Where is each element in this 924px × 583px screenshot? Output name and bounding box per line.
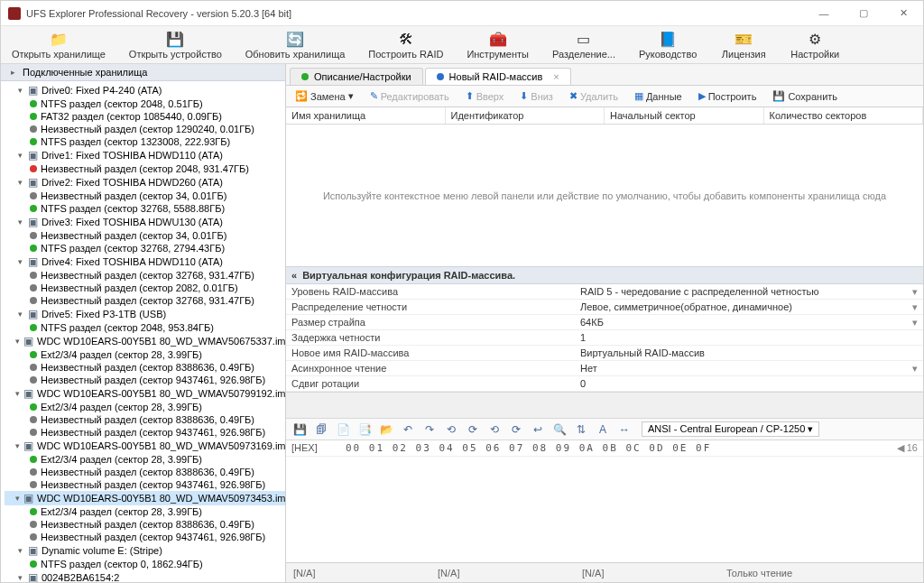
collapse-icon[interactable]: ▸	[8, 68, 17, 77]
toolbar-Разделение...[interactable]: ▭Разделение...	[549, 31, 619, 61]
config-value[interactable]: Левое, симметричное(обратное, динамичное…	[575, 300, 923, 314]
partition-node[interactable]: Неизвестный раздел (сектор 1290240, 0.01…	[5, 123, 285, 135]
maximize-button[interactable]: ▢	[851, 5, 876, 23]
tab-Описание/Настройки[interactable]: Описание/Настройки	[290, 68, 423, 85]
toolbar-Руководство[interactable]: 📘Руководство	[635, 31, 700, 61]
hex-tool-icon[interactable]: A	[595, 421, 611, 438]
toolbar-Настройки[interactable]: ⚙Настройки	[787, 31, 843, 61]
hex-tool-icon[interactable]: ↔	[616, 421, 633, 438]
partition-node[interactable]: NTFS раздел (сектор 32768, 5588.88ГБ)	[5, 202, 285, 215]
expand-icon[interactable]: ▾	[15, 151, 24, 160]
drive-node[interactable]: ▾▣0024B2BA6154:2	[5, 570, 285, 582]
partition-node[interactable]: Ext2/3/4 раздел (сектор 28, 3.99ГБ)	[5, 348, 285, 361]
column-header[interactable]: Начальный сектор	[605, 107, 764, 124]
hex-tool-icon[interactable]: 💾	[291, 421, 308, 438]
hex-nav[interactable]: ◀ 16	[897, 442, 918, 454]
expand-icon[interactable]: ▾	[15, 86, 24, 95]
expand-icon[interactable]: ▾	[15, 573, 24, 582]
partition-node[interactable]: Неизвестный раздел (сектор 2048, 931.47Г…	[5, 162, 285, 175]
partition-node[interactable]: Неизвестный раздел (сектор 9437461, 926.…	[5, 426, 285, 439]
hex-tool-icon[interactable]: ⟳	[465, 421, 481, 438]
toolbar-Лицензия[interactable]: 🎫Лицензия	[716, 31, 771, 61]
drive-node[interactable]: ▾▣Drive1: Fixed TOSHIBA HDWD110 (ATA)	[5, 148, 285, 162]
partition-node[interactable]: NTFS раздел (сектор 1323008, 222.93ГБ)	[5, 135, 285, 148]
column-header[interactable]: Идентификатор	[446, 107, 605, 124]
hex-tool-icon[interactable]: 🔍	[551, 421, 568, 438]
toolbar-Обновить хранилища[interactable]: 🔄Обновить хранилища	[242, 31, 349, 61]
drive-node[interactable]: ▾▣WDC WD10EARS-00Y5B1 80_WD_WMAV50675337…	[5, 334, 285, 348]
hex-view[interactable]	[286, 457, 923, 562]
drive-node[interactable]: ▾▣Drive0: Fixed P4-240 (ATA)	[5, 83, 285, 97]
toolbar-Инструменты[interactable]: 🧰Инструменты	[463, 31, 532, 61]
partition-node[interactable]: Неизвестный раздел (сектор 9437461, 926.…	[5, 531, 285, 543]
hex-tool-icon[interactable]: 📂	[378, 421, 394, 438]
expand-icon[interactable]: ▾	[15, 178, 24, 187]
hex-tool-icon[interactable]: ↩	[530, 421, 546, 438]
hex-tool-icon[interactable]: ↶	[400, 421, 416, 438]
expand-icon[interactable]: ▾	[15, 546, 24, 555]
splitter[interactable]	[286, 392, 923, 419]
partition-node[interactable]: Ext2/3/4 раздел (сектор 28, 3.99ГБ)	[5, 401, 285, 413]
partition-node[interactable]: Неизвестный раздел (сектор 9437461, 926.…	[5, 478, 285, 491]
partition-node[interactable]: Неизвестный раздел (сектор 8388636, 0.49…	[5, 466, 285, 478]
partition-node[interactable]: NTFS раздел (сектор 2048, 0.51ГБ)	[5, 97, 285, 110]
drive-node[interactable]: ▾▣Dynamic volume E: (Stripe)	[5, 543, 285, 558]
partition-node[interactable]: Неизвестный раздел (сектор 34, 0.01ГБ)	[5, 229, 285, 242]
expand-icon[interactable]: ▾	[15, 494, 20, 503]
toolbar-Открыть устройство[interactable]: 💾Открыть устройство	[125, 31, 226, 61]
partition-node[interactable]: Неизвестный раздел (сектор 32768, 931.47…	[5, 294, 285, 307]
config-value[interactable]: 0	[575, 376, 923, 391]
config-value[interactable]: Виртуальный RAID-массив	[575, 346, 923, 360]
expand-icon[interactable]: ▾	[15, 389, 20, 398]
hex-tool-icon[interactable]: ⟳	[508, 421, 524, 438]
action-Данные[interactable]: ▦Данные	[631, 88, 686, 104]
partition-node[interactable]: Неизвестный раздел (сектор 34, 0.01ГБ)	[5, 190, 285, 202]
column-header[interactable]: Количество секторов	[764, 107, 924, 124]
toolbar-Открыть хранилище[interactable]: 📁Открыть хранилище	[8, 31, 109, 61]
expand-icon[interactable]: ▾	[15, 257, 24, 266]
hex-tool-icon[interactable]: 🗐	[313, 421, 329, 438]
hex-tool-icon[interactable]: ⇅	[573, 421, 589, 438]
tab-Новый RAID-массив[interactable]: Новый RAID-массив×	[425, 68, 571, 85]
encoding-select[interactable]: ANSI - Central European / CP-1250 ▾	[642, 421, 819, 437]
minimize-button[interactable]: —	[811, 5, 836, 23]
drive-node[interactable]: ▾▣Drive5: Fixed P3-1TB (USB)	[5, 307, 285, 321]
partition-node[interactable]: Ext2/3/4 раздел (сектор 28, 3.99ГБ)	[5, 453, 285, 466]
config-value[interactable]: RAID 5 - чередование с распределенной че…	[575, 284, 923, 299]
close-button[interactable]: ✕	[891, 5, 916, 23]
expand-icon[interactable]: ▾	[15, 310, 24, 319]
drive-node[interactable]: ▾▣Drive4: Fixed TOSHIBA HDWD110 (ATA)	[5, 254, 285, 269]
expand-icon[interactable]: ▾	[15, 337, 20, 346]
hex-tool-icon[interactable]: ⟲	[443, 421, 459, 438]
action-Замена[interactable]: 🔁Замена▾	[291, 88, 357, 104]
storage-tree[interactable]: ▾▣Drive0: Fixed P4-240 (ATA)NTFS раздел …	[1, 81, 285, 582]
action-Сохранить[interactable]: 💾Сохранить	[769, 88, 841, 104]
hex-tool-icon[interactable]: ↷	[421, 421, 438, 438]
partition-node[interactable]: Неизвестный раздел (сектор 32768, 931.47…	[5, 269, 285, 282]
partition-node[interactable]: NTFS раздел (сектор 32768, 2794.43ГБ)	[5, 242, 285, 254]
partition-node[interactable]: NTFS раздел (сектор 2048, 953.84ГБ)	[5, 321, 285, 334]
expand-icon[interactable]: ▾	[15, 217, 24, 227]
column-header[interactable]: Имя хранилища	[286, 107, 446, 124]
partition-node[interactable]: NTFS раздел (сектор 0, 1862.94ГБ)	[5, 558, 285, 570]
drive-node[interactable]: ▾▣Drive3: Fixed TOSHIBA HDWU130 (ATA)	[5, 215, 285, 229]
action-Построить[interactable]: ▶Построить	[695, 88, 761, 104]
partition-node[interactable]: Неизвестный раздел (сектор 8388636, 0.49…	[5, 518, 285, 531]
expand-icon[interactable]: ▾	[15, 441, 20, 450]
partition-node[interactable]: Неизвестный раздел (сектор 8388636, 0.49…	[5, 413, 285, 426]
hex-tool-icon[interactable]: 📑	[356, 421, 373, 438]
hex-tool-icon[interactable]: 📄	[335, 421, 351, 438]
raid-config-header[interactable]: « Виртуальная конфигурация RAID-массива.	[286, 266, 923, 284]
drive-node[interactable]: ▾▣WDC WD10EARS-00Y5B1 80_WD_WMAV50799192…	[5, 386, 285, 401]
drive-node[interactable]: ▾▣Drive2: Fixed TOSHIBA HDWD260 (ATA)	[5, 175, 285, 190]
partition-node[interactable]: Неизвестный раздел (сектор 9437461, 926.…	[5, 374, 285, 386]
close-tab-icon[interactable]: ×	[553, 71, 559, 82]
drive-node[interactable]: ▾▣WDC WD10EARS-00Y5B1 80_WD_WMAV50973169…	[5, 439, 285, 453]
toolbar-Построить RAID[interactable]: 🛠Построить RAID	[365, 31, 447, 61]
config-value[interactable]: 1	[575, 330, 923, 345]
partition-node[interactable]: Ext2/3/4 раздел (сектор 28, 3.99ГБ)	[5, 505, 285, 518]
hex-tool-icon[interactable]: ⟲	[486, 421, 503, 438]
partition-node[interactable]: Неизвестный раздел (сектор 8388636, 0.49…	[5, 361, 285, 374]
drive-node[interactable]: ▾▣WDC WD10EARS-00Y5B1 80_WD_WMAV50973453…	[5, 491, 285, 505]
config-value[interactable]: Нет	[575, 361, 923, 375]
